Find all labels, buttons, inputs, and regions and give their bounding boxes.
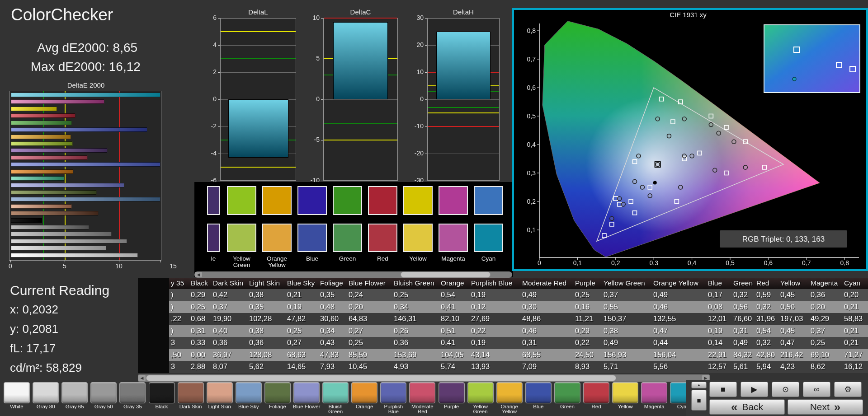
table-cell: 3 (171, 338, 175, 347)
table-cell: 8,07 (213, 362, 227, 371)
table-cell: 22,91 (708, 351, 726, 359)
table-header-cell: Light Skin (249, 279, 280, 287)
table-cell: 104,05 (441, 351, 463, 359)
table-cell: 69,10 (811, 351, 829, 359)
y-tick-mark (425, 181, 427, 181)
table-scroll-left-arrow[interactable]: ◀ (138, 375, 146, 381)
table-cell: 0,44 (653, 338, 668, 347)
patch-tile-yellow[interactable] (612, 382, 638, 403)
y-tick-mark (425, 18, 427, 19)
green-limit-line (324, 123, 397, 124)
y-tick-label: 2 (198, 68, 217, 75)
swatch-scrollbar[interactable]: ◀ (194, 271, 512, 278)
table-cell: ,22 (171, 314, 181, 323)
next-button[interactable]: Next» (788, 399, 863, 415)
patch-tile-black[interactable] (149, 382, 175, 403)
table-cell: 11,21 (575, 314, 593, 323)
svg-text:0: 0 (538, 259, 541, 266)
table-cell: 0,12 (471, 303, 486, 311)
y-tick-label: 4 (198, 41, 217, 48)
green-limit-line (221, 58, 296, 59)
patch-tile-magenta[interactable] (641, 382, 667, 403)
patch-tile-red[interactable] (583, 382, 609, 403)
target-swatch (439, 186, 468, 215)
patch-tile-light-skin[interactable] (207, 382, 233, 403)
table-cell: 0,45 (780, 327, 795, 335)
yellow-limit-line (221, 31, 296, 32)
colorchecker-window: ColorChecker Avg dE2000: 8,65 Max dE2000… (0, 0, 868, 416)
table-frozen-column (138, 278, 169, 373)
patch-tile-label: Light Skin (205, 404, 235, 409)
table-cell: 0,46 (522, 327, 537, 335)
stop-button[interactable]: ■ (709, 382, 737, 397)
table-cell: 0,59 (756, 290, 771, 299)
y-tick-mark (321, 181, 323, 181)
table-cell: 85,59 (349, 351, 367, 359)
de2000-bar (11, 246, 106, 250)
play-button[interactable]: ▶ (741, 382, 768, 397)
patch-tile-bluish-green[interactable] (322, 382, 349, 403)
table-cell: 132,55 (653, 314, 676, 323)
table-cell: 0,25 (811, 338, 825, 347)
settings-button[interactable]: ⚙ (834, 382, 862, 397)
table-cell: 0,42 (213, 290, 227, 299)
table-cell: 0,41 (441, 303, 455, 311)
scroll-left-arrow[interactable]: ◀ (195, 272, 202, 277)
table-cell: 0,47 (653, 327, 668, 335)
table-cell: 102,28 (249, 314, 272, 323)
patch-tile-orange-yellow[interactable] (496, 382, 523, 403)
svg-text:0,7: 0,7 (527, 56, 536, 63)
patch-tile-gray-50[interactable] (90, 382, 117, 403)
table-cell: 0,16 (575, 303, 590, 311)
continuous-button[interactable]: ∞ (803, 382, 830, 397)
de2000-bar (11, 141, 73, 146)
rgb-triplet-value: RGB Triplet: 0, 133, 163 (742, 235, 825, 243)
de2000-bar (11, 169, 73, 174)
patch-tile-blue-sky[interactable] (236, 382, 262, 403)
patch-tile-orange[interactable] (351, 382, 377, 403)
table-cell: 8,62 (811, 362, 825, 371)
swatch-scrollbar-thumb[interactable] (401, 271, 491, 278)
table-cell: 150,37 (604, 314, 626, 323)
patch-tile-blue[interactable] (525, 382, 552, 403)
patch-scroll-up-button[interactable]: ▲ (691, 382, 707, 388)
table-cell: 0,29 (191, 290, 205, 299)
measured-marker (743, 165, 747, 169)
measured-marker (633, 179, 637, 183)
patch-tile-gray-80[interactable] (33, 382, 59, 403)
table-header-cell: Black (191, 279, 208, 287)
cie-zoom-inset (764, 25, 860, 93)
back-button[interactable]: «Back (709, 399, 785, 415)
patch-tile-gray-35[interactable] (119, 382, 146, 403)
measured-marker (656, 163, 660, 167)
red-limit-line (119, 91, 120, 260)
measure-button[interactable]: ⊙ (772, 382, 799, 397)
patch-tile-gray-65[interactable] (61, 382, 88, 403)
table-cell: 0,51 (441, 327, 455, 335)
target-swatch (297, 186, 327, 215)
red-limit-line (428, 126, 499, 127)
measured-marker (637, 154, 641, 158)
y-tick-mark (218, 72, 220, 73)
table-scrollbar[interactable]: ◀ ▶ (138, 374, 710, 382)
patch-tile-dark-skin[interactable] (178, 382, 204, 403)
patch-stop-button[interactable]: ■ (691, 390, 707, 411)
table-cell: ,50 (171, 351, 181, 359)
table-cell: 0,33 (191, 338, 205, 347)
table-cell: 0,35 (249, 303, 264, 311)
measured-swatch (333, 224, 362, 252)
patch-tile-foliage[interactable] (264, 382, 291, 403)
patch-tile-purple[interactable] (439, 382, 465, 403)
target-swatch (474, 186, 503, 215)
patch-tile-yellow-green[interactable] (467, 382, 494, 403)
patch-tile-blue-flower[interactable] (293, 382, 320, 403)
measured-swatch (368, 224, 397, 252)
patch-tile-moderate-red[interactable] (409, 382, 435, 403)
table-cell: 0,00 (191, 351, 205, 359)
patch-tile-green[interactable] (554, 382, 580, 403)
patch-tile-white[interactable] (4, 382, 30, 403)
svg-text:0,3: 0,3 (527, 169, 536, 177)
measured-marker (640, 185, 644, 189)
patch-tile-purplish-blue[interactable] (380, 382, 406, 403)
table-scrollbar-thumb[interactable] (146, 375, 616, 381)
